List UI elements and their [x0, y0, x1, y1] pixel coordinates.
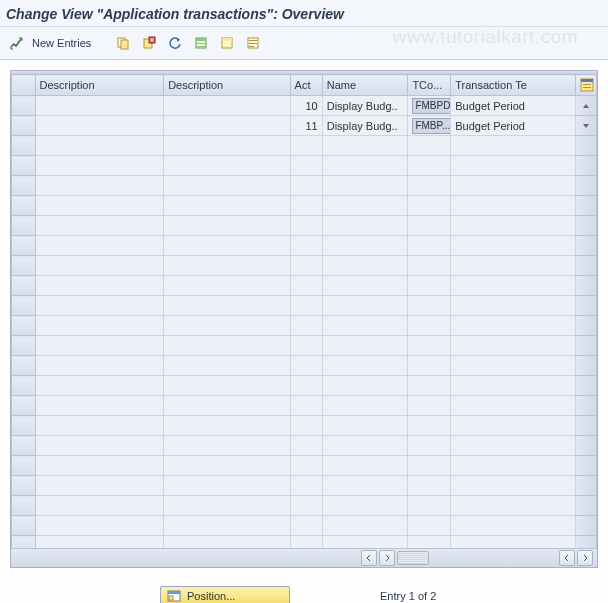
cell-desc1[interactable]	[35, 436, 164, 456]
cell-act[interactable]	[290, 296, 322, 316]
table-row[interactable]	[12, 496, 597, 516]
cell-desc1[interactable]	[35, 416, 164, 436]
cell-name[interactable]	[322, 376, 408, 396]
cell-desc2[interactable]	[164, 536, 290, 549]
cell-tco[interactable]	[408, 396, 451, 416]
table-row[interactable]	[12, 516, 597, 536]
cell-desc2[interactable]	[164, 396, 290, 416]
cell-tt[interactable]	[451, 476, 575, 496]
cell-tt[interactable]	[451, 396, 575, 416]
cell-tt[interactable]	[451, 436, 575, 456]
cell-tco[interactable]	[408, 496, 451, 516]
vscroll-track[interactable]	[575, 376, 596, 396]
column-marker[interactable]	[12, 75, 36, 96]
cell-tco[interactable]	[408, 216, 451, 236]
row-marker[interactable]	[12, 516, 36, 536]
table-row[interactable]: 11Display Budg..FMBP...Budget Period	[12, 116, 597, 136]
table-row[interactable]	[12, 456, 597, 476]
row-marker[interactable]	[12, 496, 36, 516]
table-row[interactable]	[12, 376, 597, 396]
cell-tco[interactable]	[408, 296, 451, 316]
row-marker[interactable]	[12, 196, 36, 216]
cell-tco[interactable]	[408, 336, 451, 356]
row-marker[interactable]	[12, 256, 36, 276]
cell-name[interactable]	[322, 276, 408, 296]
cell-desc2[interactable]	[164, 476, 290, 496]
vscroll-track[interactable]	[575, 136, 596, 156]
cell-act[interactable]	[290, 336, 322, 356]
cell-tco[interactable]	[408, 456, 451, 476]
cell-act[interactable]	[290, 436, 322, 456]
cell-desc2[interactable]	[164, 156, 290, 176]
cell-act[interactable]	[290, 216, 322, 236]
cell-act[interactable]	[290, 236, 322, 256]
cell-tt[interactable]	[451, 296, 575, 316]
vscroll-down-icon[interactable]	[575, 116, 596, 136]
row-marker[interactable]	[12, 156, 36, 176]
hscroll-thumb[interactable]	[397, 551, 429, 565]
column-name[interactable]: Name	[322, 75, 408, 96]
vscroll-track[interactable]	[575, 516, 596, 536]
cell-desc2[interactable]	[164, 276, 290, 296]
vscroll-track[interactable]	[575, 236, 596, 256]
row-marker[interactable]	[12, 536, 36, 549]
cell-desc1[interactable]	[35, 476, 164, 496]
table-row[interactable]	[12, 256, 597, 276]
cell-act[interactable]	[290, 476, 322, 496]
row-marker[interactable]	[12, 456, 36, 476]
table-row[interactable]	[12, 156, 597, 176]
cell-act[interactable]	[290, 316, 322, 336]
row-marker[interactable]	[12, 336, 36, 356]
row-marker[interactable]	[12, 116, 36, 136]
cell-desc1[interactable]	[35, 536, 164, 549]
vscroll-track[interactable]	[575, 156, 596, 176]
cell-tt[interactable]	[451, 176, 575, 196]
cell-desc2[interactable]	[164, 356, 290, 376]
cell-desc2[interactable]	[164, 316, 290, 336]
vscroll-track[interactable]	[575, 536, 596, 549]
row-marker[interactable]	[12, 316, 36, 336]
cell-desc1[interactable]	[35, 516, 164, 536]
copy-icon[interactable]	[113, 33, 133, 53]
delete-icon[interactable]	[139, 33, 159, 53]
cell-tt[interactable]	[451, 356, 575, 376]
vscroll-track[interactable]	[575, 476, 596, 496]
cell-desc2[interactable]	[164, 416, 290, 436]
cell-act[interactable]	[290, 176, 322, 196]
row-marker[interactable]	[12, 436, 36, 456]
table-row[interactable]	[12, 476, 597, 496]
table-row[interactable]	[12, 296, 597, 316]
tcode-value[interactable]: FMBP...	[412, 118, 450, 134]
row-marker[interactable]	[12, 236, 36, 256]
cell-act[interactable]	[290, 156, 322, 176]
cell-desc2[interactable]	[164, 196, 290, 216]
cell-desc1[interactable]	[35, 396, 164, 416]
cell-name[interactable]	[322, 456, 408, 476]
column-tcode[interactable]: TCo...	[408, 75, 451, 96]
vscroll-track[interactable]	[575, 336, 596, 356]
row-marker[interactable]	[12, 216, 36, 236]
cell-desc1[interactable]	[35, 136, 164, 156]
table-row[interactable]	[12, 316, 597, 336]
cell-tco[interactable]	[408, 316, 451, 336]
vscroll-track[interactable]	[575, 436, 596, 456]
table-row[interactable]	[12, 136, 597, 156]
row-marker[interactable]	[12, 476, 36, 496]
column-description-2[interactable]: Description	[164, 75, 290, 96]
cell-act[interactable]	[290, 276, 322, 296]
table-row[interactable]	[12, 176, 597, 196]
toggle-icon[interactable]	[6, 33, 26, 53]
cell-desc1[interactable]	[35, 356, 164, 376]
hscroll-right-icon[interactable]	[379, 550, 395, 566]
row-marker[interactable]	[12, 136, 36, 156]
cell-tco[interactable]	[408, 156, 451, 176]
table-row[interactable]	[12, 536, 597, 549]
cell-tt[interactable]	[451, 496, 575, 516]
cell-desc1[interactable]	[35, 296, 164, 316]
row-marker[interactable]	[12, 416, 36, 436]
cell-tt[interactable]	[451, 456, 575, 476]
position-button[interactable]: Position...	[160, 586, 290, 603]
vscroll-track[interactable]	[575, 216, 596, 236]
cell-desc1[interactable]	[35, 116, 164, 136]
cell-name[interactable]	[322, 156, 408, 176]
